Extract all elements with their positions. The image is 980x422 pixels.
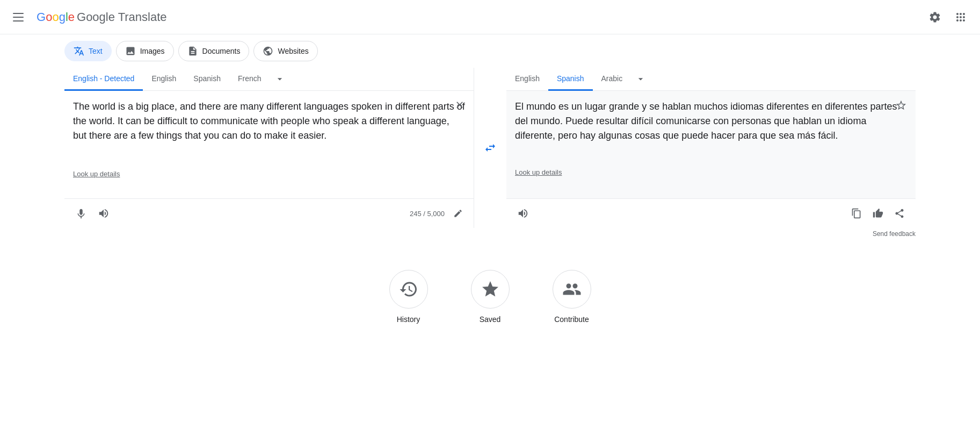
mode-tabs: Text Images Documents Websites [0,34,980,68]
history-circle [389,270,428,309]
header-right [924,6,971,28]
source-input-panel: Look up details [64,91,474,198]
target-footer [506,198,916,228]
source-footer-left [71,203,114,224]
target-lang-bar: English Spanish Arabic [506,68,916,91]
tab-documents[interactable]: Documents [178,41,250,61]
target-footer-icons [847,204,909,223]
tab-images[interactable]: Images [116,41,174,61]
settings-button[interactable] [924,6,946,28]
target-lang-english[interactable]: English [506,68,548,91]
target-more-languages-button[interactable] [631,69,650,89]
target-footer-left [513,203,533,224]
edit-button[interactable] [449,204,467,223]
target-panel: English Spanish Arabic El mundo es un lu… [506,68,916,228]
clear-button[interactable] [452,97,467,112]
tab-documents-label: Documents [202,47,241,55]
saved-label: Saved [480,315,501,324]
source-lang-english[interactable]: English [143,68,185,91]
tab-text-label: Text [89,47,103,55]
tab-websites[interactable]: Websites [253,41,317,61]
logo-translate-text: Google Translate [77,10,167,24]
menu-button[interactable] [9,9,28,26]
logo-google-text: Google [37,10,75,24]
target-lang-arabic[interactable]: Arabic [593,68,631,91]
source-panel: English - Detected English Spanish Frenc… [64,68,474,228]
tab-text[interactable]: Text [64,41,112,61]
target-output-panel: El mundo es un lugar grande y se hablan … [506,91,916,198]
listen-target-button[interactable] [513,203,533,224]
contribute-circle [553,270,591,309]
feature-row: History Saved Contribute [0,270,980,334]
panels: English - Detected English Spanish Frenc… [64,68,916,228]
source-footer-right: 245 / 5,000 [410,204,467,223]
tab-images-label: Images [140,47,165,55]
tab-websites-label: Websites [278,47,308,55]
logo[interactable]: Google Google Translate [37,10,167,24]
mic-button[interactable] [71,203,91,224]
source-lang-french[interactable]: French [229,68,270,91]
source-more-languages-button[interactable] [270,69,289,89]
char-count: 245 / 5,000 [410,210,445,218]
swap-languages-button[interactable] [480,137,501,159]
source-lang-spanish[interactable]: Spanish [185,68,229,91]
source-input[interactable] [73,99,465,164]
source-lang-detected[interactable]: English - Detected [64,68,143,91]
saved-item[interactable]: Saved [471,270,510,324]
contribute-item[interactable]: Contribute [553,270,591,324]
rate-translation-button[interactable] [868,204,888,223]
saved-circle [471,270,510,309]
translate-area: English - Detected English Spanish Frenc… [0,68,980,228]
bottom-section: Send feedback [0,230,980,238]
save-translation-button[interactable] [893,97,909,113]
listen-source-button[interactable] [93,203,114,224]
header: Google Google Translate [0,0,980,34]
target-lang-spanish[interactable]: Spanish [548,68,593,91]
source-lookup-link[interactable]: Look up details [73,170,465,178]
source-lang-bar: English - Detected English Spanish Frenc… [64,68,474,91]
send-feedback-link[interactable]: Send feedback [873,230,916,238]
share-translation-button[interactable] [890,204,909,223]
history-label: History [397,315,420,324]
contribute-label: Contribute [554,315,589,324]
header-left: Google Google Translate [9,9,167,26]
apps-button[interactable] [950,6,971,28]
target-lookup-link[interactable]: Look up details [515,168,907,176]
target-output-text: El mundo es un lugar grande y se hablan … [515,99,907,164]
swap-section [474,68,506,228]
history-item[interactable]: History [389,270,428,324]
source-footer: 245 / 5,000 [64,198,474,228]
copy-translation-button[interactable] [847,204,866,223]
